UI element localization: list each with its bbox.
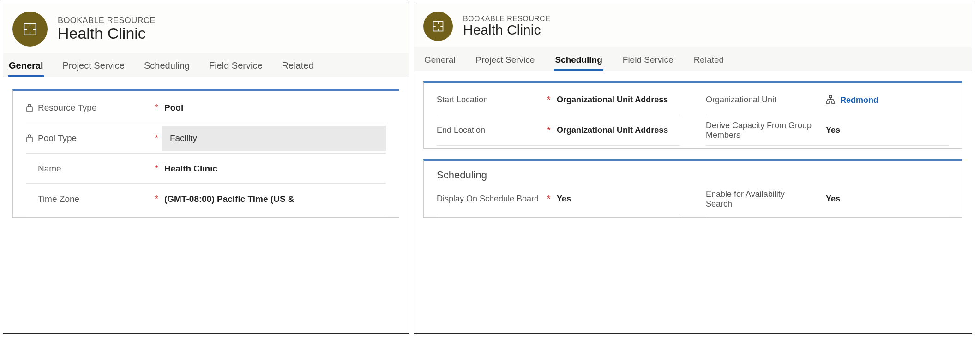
general-card: Resource Type * Pool Pool Type * Facilit… [12,89,399,218]
field-resource-type: Resource Type * Pool [26,93,386,123]
label-text: Pool Type [38,133,77,143]
required-marker: * [153,194,160,204]
field-label: Time Zone [26,194,150,204]
puzzle-icon [22,21,38,37]
field-value[interactable]: Organizational Unit Address [555,92,680,107]
svg-rect-4 [829,95,832,98]
svg-rect-6 [832,101,835,103]
field-value[interactable]: Health Clinic [162,161,386,177]
field-value[interactable]: Facility [162,126,386,151]
puzzle-icon [432,20,445,33]
required-marker: * [153,133,160,143]
org-chart-icon [826,95,835,104]
scheduling-card: Scheduling Display On Schedule Board * Y… [423,159,962,218]
svg-rect-1 [27,107,32,112]
label-text: Resource Type [38,103,96,113]
entity-avatar [423,12,453,41]
label-text: Time Zone [38,194,79,204]
field-value[interactable]: Pool [162,100,386,116]
field-label: Enable for Availability Search [706,189,812,209]
label-text: End Location [437,125,485,135]
tabs-left: General Project Service Scheduling Field… [3,53,409,77]
entity-avatar [12,12,48,47]
label-text: Start Location [437,95,488,105]
record-header: BOOKABLE RESOURCE Health Clinic [414,3,972,47]
field-organizational-unit: Organizational Unit * Redmond [706,85,949,115]
tab-related[interactable]: Related [281,58,315,77]
field-label: Pool Type [26,133,150,143]
entity-title: Health Clinic [58,24,156,42]
tab-project-service[interactable]: Project Service [475,52,536,71]
field-time-zone: Time Zone * (GMT-08:00) Pacific Time (US… [26,184,386,214]
field-label: Name [26,164,150,174]
field-label: End Location [437,125,543,135]
label-text: Organizational Unit [706,95,776,105]
panel-scheduling: BOOKABLE RESOURCE Health Clinic General … [414,3,972,334]
org-unit-link[interactable]: Redmond [840,95,878,105]
entity-title: Health Clinic [463,22,550,38]
field-value[interactable]: Organizational Unit Address [555,123,680,138]
lock-icon [26,103,33,112]
field-value[interactable]: (GMT-08:00) Pacific Time (US & [162,191,386,207]
label-text: Enable for Availability Search [706,189,812,209]
svg-rect-2 [27,137,32,142]
tab-scheduling[interactable]: Scheduling [143,58,191,77]
tab-field-service[interactable]: Field Service [208,58,264,77]
tab-scheduling[interactable]: Scheduling [554,52,603,71]
field-enable-availability-search: Enable for Availability Search * Yes [706,184,949,214]
field-label: Start Location [437,95,543,105]
field-value[interactable]: Yes [555,191,680,207]
field-display-on-schedule-board: Display On Schedule Board * Yes [437,184,680,214]
field-value[interactable]: Yes [824,191,949,207]
required-marker: * [546,95,552,105]
field-value[interactable]: Yes [824,123,949,138]
tab-field-service[interactable]: Field Service [622,52,674,71]
field-pool-type: Pool Type * Facility [26,123,386,154]
lock-icon [26,134,33,143]
tab-project-service[interactable]: Project Service [61,58,126,77]
field-derive-capacity: Derive Capacity From Group Members * Yes [706,115,949,146]
header-text: BOOKABLE RESOURCE Health Clinic [58,16,156,42]
tab-general[interactable]: General [423,52,457,71]
header-text: BOOKABLE RESOURCE Health Clinic [463,15,550,38]
field-name: Name * Health Clinic [26,154,386,184]
required-marker: * [546,194,552,204]
field-label: Organizational Unit [706,95,812,105]
svg-rect-5 [826,101,829,103]
field-end-location: End Location * Organizational Unit Addre… [437,115,680,146]
entity-label: BOOKABLE RESOURCE [58,16,156,25]
field-label: Display On Schedule Board [437,194,543,204]
field-value[interactable]: Redmond [824,92,949,108]
field-label: Resource Type [26,103,150,113]
tab-general[interactable]: General [8,58,44,77]
field-start-location: Start Location * Organizational Unit Add… [437,85,680,115]
required-marker: * [153,102,160,113]
required-marker: * [153,163,160,174]
label-text: Name [38,164,61,174]
section-title: Scheduling [424,163,962,184]
required-marker: * [546,125,552,136]
panel-general: BOOKABLE RESOURCE Health Clinic General … [3,3,409,334]
tabs-right: General Project Service Scheduling Field… [414,47,972,71]
tab-related[interactable]: Related [693,52,725,71]
record-header: BOOKABLE RESOURCE Health Clinic [3,3,409,53]
location-card: Start Location * Organizational Unit Add… [423,81,962,149]
label-text: Derive Capacity From Group Members [706,121,812,140]
label-text: Display On Schedule Board [437,194,539,204]
field-label: Derive Capacity From Group Members [706,121,812,140]
